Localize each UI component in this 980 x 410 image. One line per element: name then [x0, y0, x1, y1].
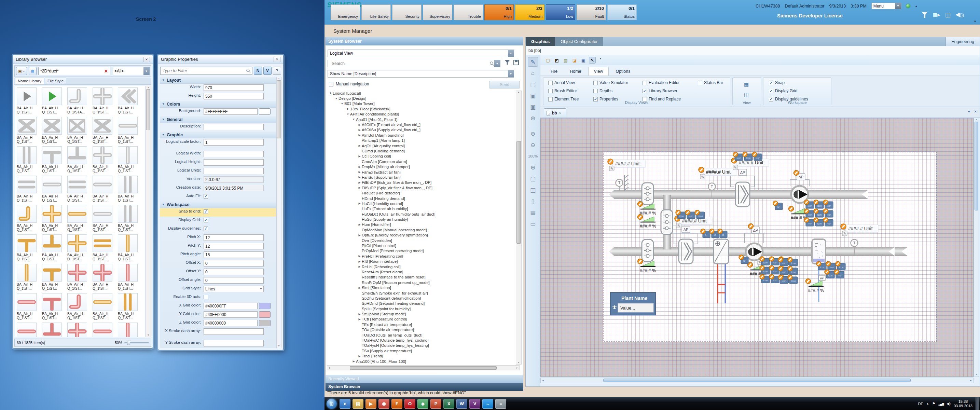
alarm-button-security[interactable]: Security	[392, 5, 422, 20]
filter-icon[interactable]	[504, 60, 510, 66]
tree-expander-icon[interactable]: ▶	[357, 165, 362, 168]
property-input[interactable]: #40000000	[204, 320, 258, 326]
section-header-workspace[interactable]: ▼Workspace	[160, 201, 276, 208]
tree-item[interactable]: ▶FilEhDP [Exh_air filter & flow mon_, DP…	[327, 180, 515, 185]
library-item[interactable]: BA_Air_HQ_1\ST...	[118, 205, 143, 235]
filter-value-button[interactable]: V	[263, 67, 272, 75]
taskbar-icon-windows-explorer[interactable]: ▤	[353, 399, 363, 408]
taskbar-icon-opera[interactable]: O	[404, 399, 415, 408]
property-select[interactable]: Lines▼	[204, 286, 264, 292]
split-view-button[interactable]: ◫	[528, 185, 538, 195]
library-item[interactable]: BA_Air_HQ_1\ST...	[17, 117, 42, 146]
stamp-button[interactable]: ◩	[554, 57, 560, 64]
zoom-in-button[interactable]: ⊕	[528, 129, 538, 138]
tree-expander-icon[interactable]: ▶	[357, 155, 362, 158]
property-input[interactable]	[204, 340, 264, 346]
tree-expander-icon[interactable]: ▼	[352, 118, 356, 121]
plant-name-box[interactable]: Plant NameValue...	[611, 292, 655, 315]
tree-expander-icon[interactable]: ▶	[352, 360, 356, 363]
tree-item[interactable]: ▶AlmBdl [Alarm bundling]	[327, 132, 515, 138]
grid-settings-icon[interactable]: ▦	[742, 80, 751, 88]
recently-viewed-bar[interactable]: Recently Viewed	[326, 375, 523, 383]
alarm-button-emergency[interactable]: Emergency	[331, 5, 360, 20]
tree-item[interactable]: HuOaDct [Outs_air humidity outs_air duct…	[327, 212, 515, 217]
tree-item[interactable]: ▶AqCtl [Air quality control]	[327, 143, 515, 148]
tree-item[interactable]: ▶Siml [Simulation]	[327, 285, 515, 290]
ribbon-checkbox-evaluation-editor[interactable]: Evaluation Editor	[643, 80, 680, 85]
edit-pencil-icon[interactable]: ✎	[676, 223, 681, 228]
tree-expander-icon[interactable]: ▶	[357, 175, 362, 179]
tree-item[interactable]: ResetItf [Interface to the alarm reset]	[327, 275, 515, 280]
damper-symbol[interactable]	[661, 210, 673, 235]
damper-symbol[interactable]	[642, 183, 654, 205]
document-tab-bb[interactable]: bb ✕	[544, 108, 566, 118]
library-item[interactable]: BA_Air_HQ_1\ST...	[118, 175, 143, 205]
property-input[interactable]: 15	[204, 252, 264, 258]
comment-button[interactable]: ▭	[528, 219, 538, 228]
close-icon[interactable]: ✕	[274, 57, 280, 62]
color-swatch-button[interactable]	[259, 311, 270, 318]
filter-icon[interactable]	[921, 12, 928, 18]
library-item[interactable]: BA_Air_HQ_1\ST...	[42, 235, 67, 264]
chevron-down-icon[interactable]: ▼	[974, 20, 977, 23]
graphic-canvas[interactable]: ΔPΔPΔPΔPTTT####.# Unit✎####.# Unit✎####.…	[540, 118, 974, 377]
chevron-down-icon[interactable]: ▼	[508, 50, 514, 57]
color-swatch-button[interactable]	[259, 108, 270, 115]
tree-expander-icon[interactable]: ▶	[357, 186, 362, 189]
library-item[interactable]: BA_Air_HQ_1\ST...	[42, 88, 67, 117]
tree-item[interactable]: ▶SttUpMod [Startup mode]	[327, 311, 515, 316]
graphic-properties-titlebar[interactable]: Graphic Properties ✕	[158, 55, 283, 64]
tree-item[interactable]: CDmd [Cooling demand]	[327, 148, 515, 153]
save-as-button[interactable]: ▣	[528, 102, 538, 112]
library-item[interactable]: BA_Air_HQ_1\ST...	[17, 235, 42, 264]
tree-expander-icon[interactable]: ▶	[357, 355, 362, 358]
close-icon[interactable]: ✕	[143, 57, 150, 62]
tree-expander-icon[interactable]: ▶	[357, 181, 362, 184]
tree-expander-icon[interactable]: ▶	[357, 318, 362, 321]
tree-item[interactable]: ▶TCtl [Temperature control]	[327, 317, 515, 322]
color-swatch-button[interactable]	[259, 320, 270, 326]
tree-expander-icon[interactable]: ▶	[357, 265, 362, 268]
tree-expander-icon[interactable]: ▶	[357, 128, 362, 132]
tree-item[interactable]: ▶Ccl [Cooling coil]	[327, 154, 515, 159]
clear-filter-icon[interactable]: ✕	[102, 69, 110, 74]
tree-item[interactable]: CmnAlm [Common alarm]	[327, 159, 515, 164]
show-desktop-button[interactable]	[975, 397, 978, 410]
tree-item[interactable]: TOa [Outside air temperature]	[327, 327, 515, 332]
unit-value-label[interactable]: ####.# Unit	[845, 225, 878, 232]
alarm-button-supervisory[interactable]: Supervisory	[423, 5, 452, 20]
tree-expander-icon[interactable]: ▶	[346, 107, 350, 110]
tree-expander-icon[interactable]: ▶	[357, 234, 362, 237]
menu-dropdown[interactable]: Menu▼	[871, 3, 901, 9]
tree-item[interactable]: ▶HuCtl [Humidity control]	[327, 201, 515, 206]
taskbar-icon-chrome[interactable]: ◉	[379, 399, 390, 408]
tree-item[interactable]: ▶FilSuDP [Sply_air filter & flow mon_, D…	[327, 185, 515, 190]
tree-item[interactable]: SmextEh [Smoke extr_for exhaust air]	[327, 290, 515, 295]
taskbar-icon-powerpoint[interactable]: P	[430, 399, 441, 408]
ribbon-checkbox-status-bar[interactable]: Status Bar	[698, 80, 723, 85]
tree-item[interactable]: TSu [Supply air temperature]	[327, 348, 515, 353]
tree-item[interactable]: HDmd [Heating demand]	[327, 196, 515, 201]
help-button[interactable]: ?	[273, 67, 281, 75]
library-item[interactable]: BA_Air_HQ_1\ST...	[92, 264, 118, 293]
zoom-out-button[interactable]: ⊖	[528, 140, 538, 150]
action-center-icon[interactable]: ⚑	[932, 402, 935, 406]
print-button[interactable]: ▤	[528, 208, 538, 217]
tree-item[interactable]: ResetAlm [Reset alarm]	[327, 269, 515, 274]
display-mode-dropdown[interactable]: Show Name [Description]▼	[328, 70, 514, 78]
taskbar-icon-word[interactable]: W	[457, 399, 467, 408]
speaker-icon[interactable]: ◀)))	[955, 12, 964, 18]
canvas-vertical-scrollbar[interactable]: ▲▼	[974, 118, 979, 377]
taskbar-icon-teamviewer[interactable]: ↔	[482, 399, 493, 408]
tree-item[interactable]: TEx [Extract air temperature]	[327, 322, 515, 327]
library-item[interactable]: BA_Air_HQ_1\ST...	[42, 117, 67, 146]
tree-item[interactable]: Ovrr [Overridden]	[327, 238, 515, 243]
tree-item[interactable]: HuSu [Supply air humidity]	[327, 217, 515, 222]
library-item[interactable]: BA_Air_HQ_1\ST...	[92, 146, 118, 175]
zoom-selection-button[interactable]: ⊕	[528, 163, 538, 172]
property-input[interactable]: 550	[204, 93, 264, 99]
tree-expander-icon[interactable]: ▼	[334, 97, 339, 100]
properties-scrollbar[interactable]: ▲▼	[276, 77, 282, 348]
edit-pencil-icon[interactable]: ✎	[609, 166, 614, 171]
library-item[interactable]: BA_Air_HQ_1\ST...	[17, 322, 42, 337]
